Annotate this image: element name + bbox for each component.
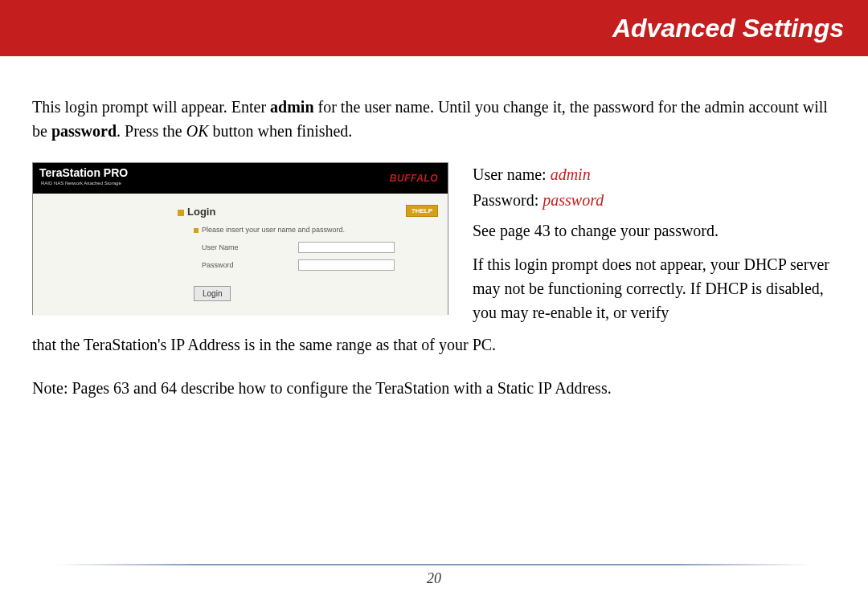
username-label: User Name [202,243,298,251]
password-input[interactable] [298,259,395,271]
username-cred-value: admin [551,165,591,183]
intro-admin-bold: admin [270,98,313,116]
username-credential: User name: admin [473,162,836,186]
intro-text-a: This login prompt will appear. Enter [32,98,270,116]
login-heading-text: Login [187,206,215,218]
password-credential: Password: password [473,188,836,212]
right-column-text: User name: admin Password: password See … [473,162,836,324]
note-text: Note: Pages 63 and 64 describe how to co… [32,376,836,400]
bullet-small-icon [194,228,199,233]
footer-divider [32,564,836,565]
dhcp-text: If this login prompt does not appear, yo… [473,252,836,324]
terastation-logo-subtitle: RAID NAS Network Attached Storage [41,181,121,186]
page-title: Advanced Settings [612,14,844,43]
help-button[interactable]: ?HELP [406,205,438,217]
header-bar: Advanced Settings [0,0,868,56]
dhcp-wrap-text: that the TeraStation's IP Address is in … [32,333,836,357]
username-cred-label: User name: [473,165,551,183]
username-row: User Name [202,242,395,253]
page-number: 20 [0,570,868,587]
page-content: This login prompt will appear. Enter adm… [0,56,868,400]
login-heading: Login [178,206,215,218]
page-footer: 20 [0,564,868,587]
intro-text-e: . Press the [117,122,186,140]
screenshot-body: Login ?HELP Please insert your user name… [33,194,448,316]
password-cred-label: Password: [473,191,542,209]
intro-password-bold: password [51,122,117,140]
password-label: Password [202,261,298,269]
screenshot-header: TeraStation PRO RAID NAS Network Attache… [33,163,448,194]
see-page-text: See page 43 to change your password. [473,218,836,243]
login-screenshot: TeraStation PRO RAID NAS Network Attache… [32,162,448,315]
buffalo-brand: BUFFALO [390,173,438,184]
password-row: Password [202,259,395,271]
password-cred-value: password [542,191,604,209]
login-instruction-text: Please insert your user name and passwor… [202,226,345,234]
bullet-icon [178,210,184,216]
intro-text-g: button when finished. [209,122,353,140]
terastation-logo-text: TeraStation PRO [39,166,128,179]
login-button[interactable]: Login [194,286,231,301]
login-instruction: Please insert your user name and passwor… [194,226,345,234]
intro-ok-italic: OK [186,122,209,140]
intro-paragraph: This login prompt will appear. Enter adm… [32,95,836,143]
username-input[interactable] [298,242,395,253]
